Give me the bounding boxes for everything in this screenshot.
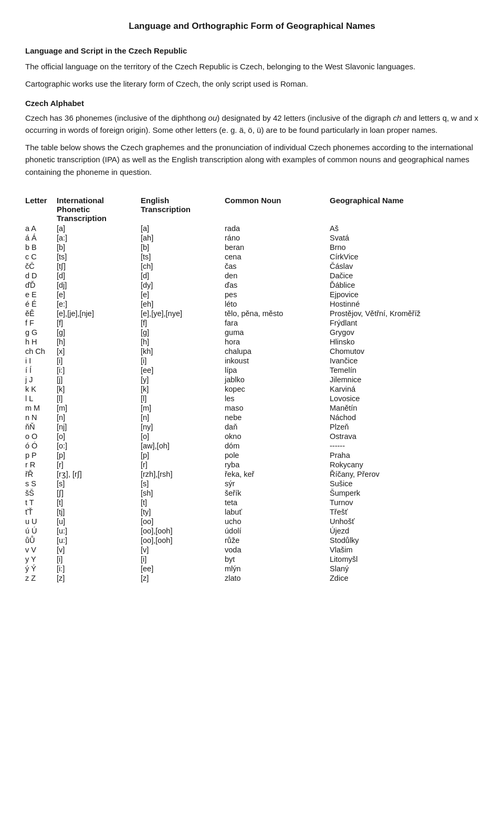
table-cell-26-1: [rʒ], [rʃ]	[57, 469, 141, 479]
table-cell-27-1: [s]	[57, 479, 141, 488]
table-cell-12-3: hora	[225, 337, 330, 347]
table-cell-11-1: [g]	[57, 328, 141, 337]
table-cell-0-4: Aš	[330, 224, 479, 233]
table-cell-34-0: v V	[25, 545, 57, 554]
table-cell-26-0: řŘ	[25, 469, 57, 479]
table-cell-23-4: ------	[330, 441, 479, 451]
table-cell-28-2: [sh]	[141, 488, 225, 498]
table-cell-22-3: okno	[225, 432, 330, 441]
table-row: r R[r][r]rybaRokycany	[25, 460, 479, 469]
table-row: ťŤ[tj][ty]labuťTřešť	[25, 507, 479, 517]
table-cell-13-1: [x]	[57, 347, 141, 356]
table-cell-9-1: [e],[je],[nje]	[57, 309, 141, 318]
alphabet-p1-pre: Czech has 36 phonemes (inclusive of the …	[25, 113, 208, 122]
table-cell-28-1: [ʃ]	[57, 488, 141, 498]
table-cell-37-1: [z]	[57, 573, 141, 583]
table-cell-5-0: d D	[25, 271, 57, 280]
table-row: o O[o][o]oknoOstrava	[25, 432, 479, 441]
table-cell-8-0: é É	[25, 299, 57, 309]
table-cell-15-0: í Í	[25, 365, 57, 375]
table-cell-24-4: Praha	[330, 451, 479, 460]
table-header-row: Letter International PhoneticTranscripti…	[25, 195, 479, 224]
table-cell-11-2: [g]	[141, 328, 225, 337]
table-cell-36-3: mlýn	[225, 564, 330, 573]
table-cell-19-1: [m]	[57, 403, 141, 413]
table-cell-6-4: Ďáblice	[330, 280, 479, 290]
table-cell-12-1: [h]	[57, 337, 141, 347]
table-cell-29-4: Turnov	[330, 498, 479, 507]
table-cell-21-1: [nj]	[57, 422, 141, 432]
table-row: ďĎ[dj][dy]ďasĎáblice	[25, 280, 479, 290]
table-cell-7-3: pes	[225, 290, 330, 299]
table-cell-2-2: [b]	[141, 243, 225, 252]
alphabet-p2: The table below shows the Czech grapheme…	[25, 141, 479, 178]
table-cell-33-4: Stodůlky	[330, 536, 479, 545]
table-section: Letter International PhoneticTranscripti…	[25, 195, 479, 583]
table-cell-2-4: Brno	[330, 243, 479, 252]
table-cell-22-4: Ostrava	[330, 432, 479, 441]
table-cell-17-4: Karviná	[330, 384, 479, 394]
table-cell-16-4: Jilemnice	[330, 375, 479, 384]
table-row: e E[e][e]pesEjpovice	[25, 290, 479, 299]
table-cell-30-4: Třešť	[330, 507, 479, 517]
section1-p1: The official language on the territory o…	[25, 60, 479, 72]
table-cell-3-3: cena	[225, 252, 330, 261]
table-cell-18-3: les	[225, 394, 330, 403]
section1-p2: Cartographic works use the literary form…	[25, 78, 479, 90]
table-cell-2-0: b B	[25, 243, 57, 252]
table-cell-1-1: [a:]	[57, 233, 141, 243]
table-cell-13-3: chalupa	[225, 347, 330, 356]
table-cell-10-1: [f]	[57, 318, 141, 328]
table-row: u U[u][oo]uchoUnhošť	[25, 517, 479, 526]
table-cell-23-1: [o:]	[57, 441, 141, 451]
table-cell-35-1: [i]	[57, 554, 141, 564]
table-cell-33-2: [oo],[ooh]	[141, 536, 225, 545]
table-row: ůŮ[u:][oo],[ooh]růžeStodůlky	[25, 536, 479, 545]
table-row: g G[g][g]gumaGrygov	[25, 328, 479, 337]
table-cell-21-3: daň	[225, 422, 330, 432]
table-row: d D[d][d]denDačice	[25, 271, 479, 280]
table-cell-28-4: Šumperk	[330, 488, 479, 498]
table-cell-36-2: [ee]	[141, 564, 225, 573]
table-cell-22-1: [o]	[57, 432, 141, 441]
table-cell-18-2: [l]	[141, 394, 225, 403]
table-cell-32-2: [oo],[ooh]	[141, 526, 225, 536]
table-cell-32-3: údolí	[225, 526, 330, 536]
table-cell-17-2: [k]	[141, 384, 225, 394]
table-cell-5-1: [d]	[57, 271, 141, 280]
phoneme-table: Letter International PhoneticTranscripti…	[25, 195, 479, 583]
table-cell-36-4: Slaný	[330, 564, 479, 573]
table-cell-1-0: á Á	[25, 233, 57, 243]
table-cell-32-1: [u:]	[57, 526, 141, 536]
table-cell-2-3: beran	[225, 243, 330, 252]
table-cell-21-2: [ny]	[141, 422, 225, 432]
table-cell-21-0: ňŇ	[25, 422, 57, 432]
table-cell-35-3: byt	[225, 554, 330, 564]
table-cell-34-1: [v]	[57, 545, 141, 554]
table-row: v V[v][v]vodaVlašim	[25, 545, 479, 554]
table-row: m M[m][m]masoManětín	[25, 403, 479, 413]
table-cell-29-0: t T	[25, 498, 57, 507]
table-cell-4-4: Čáslav	[330, 261, 479, 271]
table-cell-20-4: Náchod	[330, 413, 479, 422]
table-cell-14-3: inkoust	[225, 356, 330, 365]
table-cell-22-2: [o]	[141, 432, 225, 441]
table-cell-10-3: fara	[225, 318, 330, 328]
table-cell-16-1: [j]	[57, 375, 141, 384]
table-row: ó Ó[o:][aw],[oh]dóm------	[25, 441, 479, 451]
table-row: ú Ú[u:][oo],[ooh]údolíÚjezd	[25, 526, 479, 536]
table-cell-4-3: čas	[225, 261, 330, 271]
table-row: šŠ[ʃ][sh]šeříkŠumperk	[25, 488, 479, 498]
table-cell-18-1: [l]	[57, 394, 141, 403]
table-cell-25-4: Rokycany	[330, 460, 479, 469]
table-cell-11-0: g G	[25, 328, 57, 337]
table-cell-23-3: dóm	[225, 441, 330, 451]
table-cell-20-3: nebe	[225, 413, 330, 422]
table-cell-33-1: [u:]	[57, 536, 141, 545]
table-row: c C[ts][ts]cenaCírkVice	[25, 252, 479, 261]
table-row: k K[k][k]kopecKarviná	[25, 384, 479, 394]
table-cell-14-1: [i]	[57, 356, 141, 365]
table-cell-25-0: r R	[25, 460, 57, 469]
table-cell-9-4: Prostějov, Větřní, Kroměříž	[330, 309, 479, 318]
col-header-letter: Letter	[25, 195, 57, 224]
